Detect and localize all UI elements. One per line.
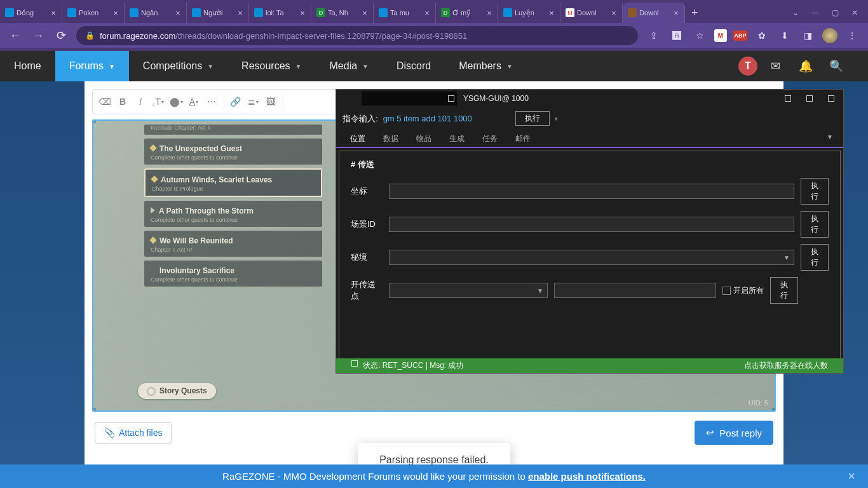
reload-icon[interactable]: ⟳ — [53, 29, 69, 43]
browser-tab[interactable]: Luyện× — [498, 3, 560, 23]
close-icon[interactable]: × — [111, 8, 120, 17]
chevron-down-icon[interactable]: ▾ — [555, 116, 558, 122]
alerts-icon[interactable]: 🔔 — [793, 53, 818, 79]
close-icon[interactable]: × — [609, 8, 618, 17]
nav-home[interactable]: Home — [0, 51, 55, 81]
url-domain: forum.ragezone.com — [100, 31, 175, 41]
browser-tab[interactable]: Poken× — [62, 3, 125, 23]
nav-forums[interactable]: Forums▼ — [55, 51, 129, 81]
diamond-icon — [151, 175, 158, 182]
bookmark-icon[interactable]: ☆ — [691, 27, 708, 44]
gm-tab-spawn[interactable]: 生成 — [440, 131, 473, 147]
browser-tab[interactable]: Đồng× — [0, 3, 62, 23]
user-avatar[interactable]: T — [738, 57, 757, 76]
close-icon[interactable]: × — [298, 8, 307, 17]
window-close-icon[interactable]: ✕ — [851, 8, 858, 17]
gm-tab-mail[interactable]: 邮件 — [506, 131, 539, 147]
close-icon[interactable]: × — [49, 8, 58, 17]
exec-button[interactable]: 执行 — [801, 244, 829, 271]
italic-icon[interactable]: I — [132, 93, 149, 110]
coord-input[interactable] — [389, 184, 794, 199]
search-icon[interactable]: 🔍 — [824, 53, 849, 79]
share-icon[interactable]: ⇪ — [646, 27, 662, 44]
gm-tab-items[interactable]: 物品 — [407, 131, 440, 147]
menu-icon[interactable]: ⋮ — [844, 27, 860, 44]
browser-tab[interactable]: Ta mu× — [374, 3, 436, 23]
minimize-icon[interactable] — [785, 95, 791, 102]
execute-button[interactable]: 执行 — [515, 111, 550, 126]
profile-avatar-icon[interactable] — [822, 28, 837, 43]
nav-discord[interactable]: Discord — [383, 51, 445, 81]
inbox-icon[interactable]: ✉ — [763, 53, 788, 79]
attach-files-button[interactable]: 📎Attach files — [95, 422, 172, 444]
teleport-select[interactable]: ▼ — [389, 283, 548, 298]
browser-tab-active[interactable]: Downl× — [623, 3, 685, 23]
close-icon[interactable]: × — [173, 8, 182, 17]
back-icon[interactable]: ← — [8, 29, 23, 43]
font-size-icon[interactable]: ꜀T▾ — [150, 93, 166, 110]
paperclip-icon: 📎 — [104, 428, 115, 438]
chevron-down-icon: ▼ — [506, 63, 513, 70]
link-icon[interactable]: 🔗 — [227, 93, 243, 110]
teleport-input[interactable] — [554, 283, 716, 298]
browser-tab[interactable]: Ngân× — [125, 3, 187, 23]
close-icon[interactable]: × — [672, 8, 681, 17]
bold-icon[interactable]: B — [114, 93, 131, 110]
image-icon[interactable]: 🖼 — [262, 93, 279, 110]
post-reply-button[interactable]: ↩Post reply — [695, 421, 773, 445]
address-bar[interactable]: 🔒 forum.ragezone.com/threads/download-ge… — [76, 26, 638, 45]
exec-button[interactable]: 执行 — [770, 277, 798, 304]
status-text: 状态: RET_SUCC | Msg: 成功 — [363, 360, 463, 371]
exec-button[interactable]: 执行 — [801, 211, 829, 238]
cmd-input[interactable]: gm 5 item add 101 1000 — [383, 114, 510, 123]
extension-icon[interactable]: ✿ — [754, 27, 770, 44]
close-icon[interactable] — [828, 95, 834, 102]
browser-tab[interactable]: DỞ mỹ× — [436, 3, 498, 23]
chevron-down-icon[interactable]: ▼ — [822, 131, 838, 147]
sidepanel-icon[interactable]: ◨ — [799, 27, 816, 44]
browser-tab[interactable]: Người× — [187, 3, 249, 23]
close-icon[interactable]: × — [547, 8, 556, 17]
text-color-icon[interactable]: ⬤▾ — [168, 93, 184, 110]
browser-tab[interactable]: DTa, Nh× — [311, 3, 374, 23]
close-icon[interactable]: × — [485, 8, 494, 17]
gm-titlebar[interactable]: YSGM-GUI@ 1000 — [336, 90, 843, 107]
gm-tab-position[interactable]: 位置 — [341, 131, 374, 148]
gm-tab-data[interactable]: 数据 — [374, 131, 407, 147]
maximize-icon[interactable]: ▢ — [832, 8, 839, 17]
close-icon[interactable]: × — [236, 8, 245, 17]
exec-button[interactable]: 执行 — [801, 178, 829, 205]
list-icon[interactable]: ≣▾ — [245, 93, 261, 110]
section-title: # 传送 — [351, 159, 829, 170]
close-icon[interactable]: × — [360, 8, 369, 17]
font-family-icon[interactable]: A▾ — [186, 93, 202, 110]
close-icon[interactable]: × — [423, 8, 431, 17]
notif-link[interactable]: enable push notifications. — [528, 471, 646, 482]
remove-format-icon[interactable]: ⌫ — [97, 93, 113, 110]
gm-blank-tab[interactable] — [362, 92, 457, 105]
download-icon[interactable]: ⬇ — [776, 27, 793, 44]
scene-input[interactable] — [389, 217, 794, 232]
gm-title-label: YSGM-GUI@ 1000 — [457, 92, 535, 105]
maximize-icon[interactable] — [806, 95, 813, 102]
translate-icon[interactable]: 🅰 — [668, 27, 685, 44]
gmail-icon[interactable]: M — [714, 29, 727, 42]
open-all-checkbox[interactable]: 开启所有 — [722, 285, 764, 296]
more-format-icon[interactable]: ⋯ — [203, 93, 220, 110]
nav-competitions[interactable]: Competitions▼ — [129, 51, 227, 81]
cmd-label: 指令输入: — [342, 113, 378, 125]
tab-title: Đồng — [17, 9, 46, 17]
new-tab-button[interactable]: + — [685, 6, 705, 20]
chevron-down-icon[interactable]: ⌄ — [792, 8, 799, 17]
nav-media[interactable]: Media▼ — [316, 51, 383, 81]
adblock-icon[interactable]: ABP — [733, 30, 747, 41]
gm-tab-quest[interactable]: 任务 — [473, 131, 506, 147]
status-link[interactable]: 点击获取服务器在线人数 — [744, 360, 828, 371]
close-icon[interactable]: × — [848, 469, 855, 484]
browser-tab[interactable]: MDownl× — [560, 3, 623, 23]
minimize-icon[interactable]: — — [811, 8, 819, 17]
nav-resources[interactable]: Resources▼ — [227, 51, 315, 81]
domain-select[interactable]: ▼ — [389, 250, 794, 265]
browser-tab[interactable]: lol: Ta× — [249, 3, 311, 23]
nav-members[interactable]: Members▼ — [445, 51, 527, 81]
